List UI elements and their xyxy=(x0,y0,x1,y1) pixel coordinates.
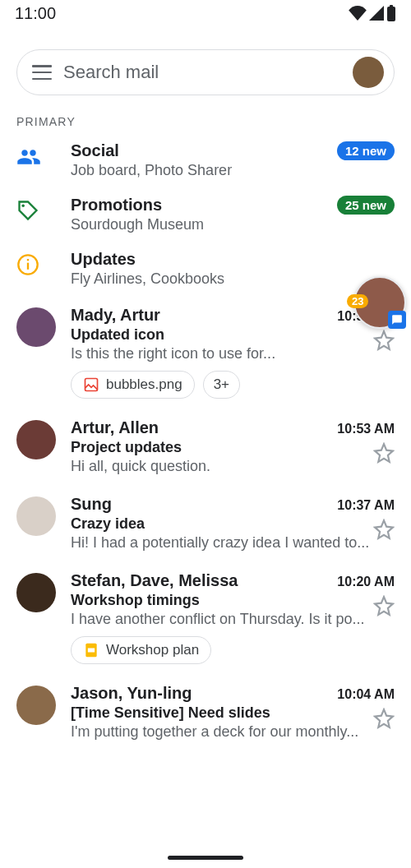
search-bar[interactable]: Search mail xyxy=(16,49,395,95)
info-icon xyxy=(16,253,39,276)
email-subject: Workshop timings xyxy=(71,592,373,609)
sender-avatar xyxy=(16,573,56,612)
email-time: 10:04 AM xyxy=(337,687,395,702)
star-icon[interactable] xyxy=(373,519,395,540)
cell-signal-icon xyxy=(369,6,384,21)
category-title: Promotions xyxy=(71,196,337,215)
email-row[interactable]: Sung 10:37 AM Crazy idea Hi! I had a pot… xyxy=(0,485,411,561)
svg-rect-0 xyxy=(387,7,395,21)
email-subject: [Time Sensitive] Need slides xyxy=(71,704,373,722)
menu-icon[interactable] xyxy=(32,65,52,80)
people-icon xyxy=(16,145,41,169)
wifi-icon xyxy=(349,6,367,21)
chat-head-badge: 23 xyxy=(347,294,368,308)
section-label: PRIMARY xyxy=(0,107,411,133)
svg-rect-8 xyxy=(88,649,95,653)
status-icons xyxy=(349,5,396,21)
chip-label: 3+ xyxy=(214,376,229,393)
attachment-chip[interactable]: Workshop plan xyxy=(71,636,211,664)
new-badge: 25 new xyxy=(337,196,395,215)
sender-names: Artur, Allen xyxy=(71,418,165,437)
svg-rect-5 xyxy=(27,259,29,261)
svg-rect-1 xyxy=(390,5,393,7)
attachment-chip[interactable]: bubbles.png xyxy=(71,371,195,399)
image-icon xyxy=(83,376,99,393)
email-row[interactable]: Mady, Artur 10:55 AM Updated icon Is thi… xyxy=(0,296,411,409)
chip-label: Workshop plan xyxy=(106,642,199,658)
star-icon[interactable] xyxy=(373,595,395,616)
svg-rect-4 xyxy=(27,263,29,270)
email-subject: Project updates xyxy=(71,439,373,456)
sender-avatar xyxy=(16,496,56,536)
email-preview: Is this the right icon to use for... xyxy=(71,345,373,362)
status-bar: 11:00 xyxy=(0,0,411,26)
star-icon[interactable] xyxy=(373,330,395,351)
email-preview: Hi! I had a potentially crazy idea I wan… xyxy=(71,534,373,552)
category-sub: Fly Airlines, Cookbooks xyxy=(71,270,395,288)
status-time: 11:00 xyxy=(15,4,56,23)
email-time: 10:37 AM xyxy=(337,498,395,513)
email-row[interactable]: Jason, Yun-ling 10:04 AM [Time Sensitive… xyxy=(0,674,411,750)
sender-names: Sung xyxy=(71,495,118,514)
chat-icon xyxy=(388,311,406,329)
email-subject: Crazy idea xyxy=(71,515,373,533)
chip-label: bubbles.png xyxy=(106,376,182,393)
tag-icon xyxy=(16,199,39,222)
category-title: Updates xyxy=(71,250,395,269)
sender-avatar xyxy=(16,686,56,725)
new-badge: 12 new xyxy=(337,141,395,160)
slides-icon xyxy=(83,642,99,658)
home-indicator[interactable] xyxy=(168,856,243,860)
sender-names: Mady, Artur xyxy=(71,306,167,325)
category-title: Social xyxy=(71,141,337,160)
email-subject: Updated icon xyxy=(71,326,373,344)
sender-avatar xyxy=(16,420,56,459)
category-social[interactable]: Social Job board, Photo Sharer 12 new xyxy=(0,133,411,187)
email-preview: I have another conflict on Thursday. Is … xyxy=(71,611,373,628)
sender-avatar xyxy=(16,307,56,347)
sender-names: Stefan, Dave, Melissa xyxy=(71,571,244,590)
sender-names: Jason, Yun-ling xyxy=(71,684,198,703)
category-sub: Sourdough Museum xyxy=(71,216,337,233)
category-promotions[interactable]: Promotions Sourdough Museum 25 new xyxy=(0,187,411,242)
chat-head-bubble[interactable]: 23 xyxy=(353,276,406,329)
category-sub: Job board, Photo Sharer xyxy=(71,162,337,179)
svg-point-2 xyxy=(21,204,25,207)
star-icon[interactable] xyxy=(373,708,395,729)
search-input[interactable]: Search mail xyxy=(63,62,353,83)
category-updates[interactable]: Updates Fly Airlines, Cookbooks xyxy=(0,242,411,296)
email-row[interactable]: Artur, Allen 10:53 AM Project updates Hi… xyxy=(0,409,411,485)
svg-rect-6 xyxy=(85,379,98,391)
email-preview: Hi all, quick question. xyxy=(71,458,373,475)
battery-icon xyxy=(386,5,396,21)
email-time: 10:20 AM xyxy=(337,575,395,589)
star-icon[interactable] xyxy=(373,442,395,464)
more-attachments-chip[interactable]: 3+ xyxy=(203,371,240,399)
account-avatar[interactable] xyxy=(353,57,384,88)
email-row[interactable]: Stefan, Dave, Melissa 10:20 AM Workshop … xyxy=(0,561,411,674)
email-time: 10:53 AM xyxy=(337,422,395,436)
email-preview: I'm putting together a deck for our mont… xyxy=(71,723,373,741)
